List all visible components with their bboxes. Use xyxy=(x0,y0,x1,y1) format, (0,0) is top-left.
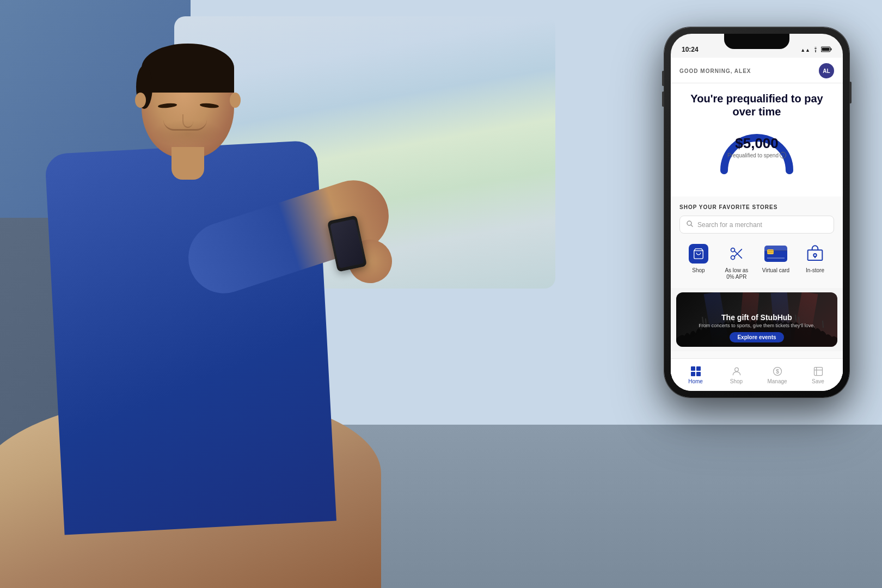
ear-right xyxy=(230,93,241,108)
status-icons: ▲▲ xyxy=(800,46,832,53)
card-icon xyxy=(764,246,787,262)
svg-rect-17 xyxy=(814,367,822,376)
manage-label: Manage xyxy=(767,378,787,384)
wifi-icon xyxy=(812,47,819,53)
hair xyxy=(142,44,234,93)
quick-action-virtual-card[interactable]: Virtual card xyxy=(762,242,789,280)
shop-nav-icon xyxy=(731,365,743,377)
svg-text:$: $ xyxy=(776,369,779,375)
nav-save[interactable]: Save xyxy=(798,365,838,384)
nav-shop[interactable]: Shop xyxy=(716,365,757,384)
apr-label: As low as0% APR xyxy=(725,267,748,280)
quick-action-apr[interactable]: As low as0% APR xyxy=(724,242,749,280)
svg-point-14 xyxy=(734,367,738,371)
home-icon xyxy=(690,365,702,377)
shop-label: Shop xyxy=(692,267,705,274)
instore-icon xyxy=(805,244,825,263)
svg-rect-3 xyxy=(822,48,830,51)
info-icon[interactable]: i xyxy=(780,152,786,158)
svg-rect-12 xyxy=(808,250,823,260)
neck xyxy=(171,147,204,180)
phone-mockup: 10:24 ▲▲ GOOD MORNING, ALEX xyxy=(664,27,849,397)
home-label: Home xyxy=(688,378,703,384)
apr-icon-container xyxy=(724,242,749,265)
quick-action-shop[interactable]: Shop xyxy=(686,242,711,280)
scissors-icon xyxy=(727,244,746,264)
grid-cell-2 xyxy=(696,366,701,371)
volume-up-button xyxy=(662,71,664,86)
avatar-initials: AL xyxy=(823,68,830,74)
quick-actions: Shop xyxy=(679,240,834,283)
promo-title: The gift of StubHub xyxy=(683,313,831,322)
save-label: Save xyxy=(812,378,824,384)
phone-screen: 10:24 ▲▲ GOOD MORNING, ALEX xyxy=(671,34,843,391)
eye-left xyxy=(158,102,177,108)
shop-section: SHOP YOUR FAVORITE STORES Search for a m… xyxy=(671,197,843,288)
quick-action-instore[interactable]: In-store xyxy=(803,242,828,280)
volume-down-button xyxy=(662,91,664,107)
promo-subtitle: From concerts to sports, give them ticke… xyxy=(683,323,831,328)
phone-outer: 10:24 ▲▲ GOOD MORNING, ALEX xyxy=(664,27,849,397)
app-header: GOOD MORNING, ALEX AL xyxy=(671,58,843,83)
ear-left xyxy=(135,93,146,108)
battery-icon xyxy=(821,46,832,53)
status-time: 10:24 xyxy=(682,46,699,53)
shop-section-title: SHOP YOUR FAVORITE STORES xyxy=(679,204,834,210)
credit-gauge: $5,000 Prequalified to spend i xyxy=(713,127,800,181)
home-grid-icon xyxy=(691,366,701,376)
svg-line-11 xyxy=(738,249,742,253)
grid-cell-1 xyxy=(691,366,695,371)
svg-line-10 xyxy=(734,253,738,256)
svg-point-0 xyxy=(815,51,816,52)
avatar[interactable]: AL xyxy=(819,63,834,78)
amount-label: Prequalified to spend i xyxy=(727,152,786,158)
explore-events-button[interactable]: Explore events xyxy=(730,332,783,342)
nose xyxy=(182,114,193,128)
prequalified-section: You're prequalified to pay over time $5,… xyxy=(671,83,843,197)
phone-notch xyxy=(724,34,789,49)
greeting-text: GOOD MORNING, ALEX xyxy=(679,68,751,74)
instore-icon-container xyxy=(803,242,828,265)
nav-home[interactable]: Home xyxy=(675,365,716,384)
power-button xyxy=(849,82,852,103)
signal-icon: ▲▲ xyxy=(800,47,810,53)
person xyxy=(0,0,490,588)
svg-line-5 xyxy=(691,225,693,226)
instore-label: In-store xyxy=(806,267,824,274)
save-icon xyxy=(812,365,824,377)
app-content: GOOD MORNING, ALEX AL You're prequalifie… xyxy=(671,58,843,391)
amount-value: $5,000 xyxy=(727,135,786,152)
merchant-search[interactable]: Search for a merchant xyxy=(679,216,834,234)
grid-cell-3 xyxy=(691,372,695,376)
person-face xyxy=(142,44,234,158)
svg-rect-2 xyxy=(831,48,832,51)
svg-line-9 xyxy=(734,251,742,258)
credit-amount: $5,000 Prequalified to spend i xyxy=(727,135,786,158)
svg-point-13 xyxy=(813,254,816,256)
virtual-card-icon-container xyxy=(763,242,788,265)
nav-manage[interactable]: $ Manage xyxy=(757,365,798,384)
promo-content: The gift of StubHub From concerts to spo… xyxy=(676,309,837,347)
virtual-card-label: Virtual card xyxy=(762,267,789,274)
manage-icon: $ xyxy=(771,365,783,377)
search-icon xyxy=(687,220,693,229)
shop-nav-label: Shop xyxy=(730,378,743,384)
promo-banner[interactable]: The gift of StubHub From concerts to spo… xyxy=(676,292,837,347)
search-placeholder: Search for a merchant xyxy=(697,221,762,229)
shop-icon xyxy=(689,244,708,264)
shop-icon-container xyxy=(686,242,711,265)
eye-right xyxy=(200,102,219,108)
bottom-nav: Home Shop xyxy=(671,358,843,391)
grid-cell-4 xyxy=(696,372,701,376)
